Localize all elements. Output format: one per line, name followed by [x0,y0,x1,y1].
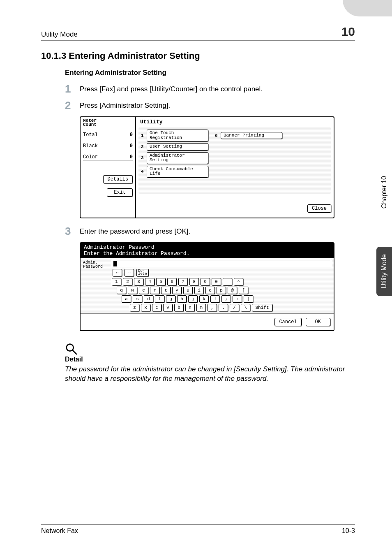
step-2: 2 Press [Administrator Setting]. [65,100,355,111]
utility-item-4-num: 4 [141,169,147,174]
key[interactable]: 5 [156,278,166,285]
utility-item-3[interactable]: 3 Administrator Setting [141,152,208,164]
key[interactable]: q [117,287,126,294]
password-panel: Administrator Password Enter the Adminis… [80,242,334,331]
meter-row-total: Total 0 [83,128,133,138]
exit-button[interactable]: Exit [107,188,133,197]
arrow-left-key[interactable]: ← [113,269,122,276]
key[interactable]: o [205,287,215,294]
key[interactable]: b [174,304,184,311]
key[interactable]: u [183,287,193,294]
close-button[interactable]: Close [307,204,331,213]
delete-key[interactable]: De- lete [136,269,149,276]
cancel-button[interactable]: Cancel [274,318,301,326]
step-2-text: Press [Administrator Setting]. [80,100,170,110]
text-cursor [113,261,117,266]
key[interactable]: . [219,304,228,311]
details-button[interactable]: Details [103,175,133,183]
key[interactable]: / [230,304,239,311]
password-input[interactable] [112,260,331,267]
section-heading: 10.1.3 Entering Administrator Setting [41,51,355,61]
key[interactable]: r [150,287,159,294]
key[interactable]: ] [244,295,253,303]
side-tab-chapter: Chapter 10 [376,169,392,218]
key[interactable]: 2 [123,278,132,285]
key[interactable]: 9 [201,278,210,285]
password-title: Administrator Password Enter the Adminis… [81,243,334,258]
key[interactable]: - [223,278,232,285]
key[interactable]: 3 [134,278,143,285]
key[interactable]: \ [241,304,250,311]
key[interactable]: a [122,295,131,303]
detail-body: The password for the administrator can b… [65,365,355,384]
key[interactable]: 6 [167,278,177,285]
kbd-row-4: z x c v b n m , . / \ Shift [130,304,331,311]
utility-item-6-label: Banner Printing [221,132,282,139]
key[interactable]: x [141,304,150,311]
svg-line-1 [73,350,76,354]
meter-black-label: Black [83,143,98,149]
key[interactable]: c [152,304,161,311]
key[interactable]: : [233,295,242,303]
meter-total-value: 0 [130,132,133,138]
key[interactable]: e [139,287,148,294]
step-3-number: 3 [65,226,80,236]
key[interactable]: k [199,295,209,303]
utility-item-6[interactable]: 6 Banner Printing [215,130,282,141]
key[interactable]: h [177,295,187,303]
utility-item-4[interactable]: 4 Check Consumable Life [141,166,208,178]
key[interactable]: g [166,295,175,303]
key[interactable]: s [133,295,142,303]
key[interactable]: y [172,287,182,294]
kbd-row-2: q w e r t y u i o p @ [ [117,287,331,294]
utility-item-2[interactable]: 2 User Setting [141,143,208,151]
key[interactable]: w [128,287,137,294]
step-2-number: 2 [65,100,80,111]
key[interactable]: 7 [178,278,188,285]
key[interactable]: v [163,304,173,311]
key[interactable]: 8 [189,278,199,285]
key[interactable]: l [210,295,220,303]
meter-color-label: Color [83,154,98,160]
header-rule [41,40,355,41]
side-tab-chapter-label: Chapter 10 [380,176,388,208]
key[interactable]: ^ [234,278,243,285]
password-title-line2: Enter the Administrator Password. [84,250,330,257]
utility-panel: Meter Count Total 0 Black 0 Color 0 Deta… [80,116,334,218]
kbd-row-1: 1 2 3 4 5 6 7 8 9 0 - ^ [112,278,331,285]
arrow-right-key[interactable]: → [125,269,134,276]
key[interactable]: z [130,304,139,311]
key[interactable]: t [161,287,171,294]
ok-button[interactable]: OK [306,318,330,326]
password-title-line1: Administrator Password [84,244,330,251]
key[interactable]: f [155,295,164,303]
key[interactable]: ; [221,295,231,303]
key[interactable]: n [185,304,195,311]
key[interactable]: p [217,287,226,294]
key[interactable]: [ [239,287,248,294]
key[interactable]: , [208,304,217,311]
password-field-label: Admin. Password [83,260,112,313]
shift-key[interactable]: Shift [252,304,272,311]
meter-label-b: Count [83,123,133,127]
chapter-number: 10 [341,25,355,39]
key[interactable]: d [144,295,153,303]
key[interactable]: i [194,287,204,294]
utility-item-3-num: 3 [141,155,147,160]
side-tab-mode-label: Utility Mode [380,254,388,289]
key[interactable]: @ [228,287,237,294]
key[interactable]: 0 [212,278,221,285]
utility-item-1[interactable]: 1 One-Touch Registration [141,130,208,141]
key[interactable]: m [196,304,206,311]
meter-total-label: Total [83,132,98,138]
key[interactable]: j [188,295,198,303]
step-3: 3 Enter the password and press [OK]. [65,226,355,236]
meter-black-value: 0 [130,143,133,149]
key[interactable]: 4 [145,278,154,285]
meter-row-color: Color 0 [83,151,133,160]
key[interactable]: 1 [112,278,121,285]
utility-title: Utility [138,118,331,126]
utility-item-2-label: User Setting [147,143,208,151]
page-header: Utility Mode 10 [41,25,355,39]
footer-right: 10-3 [342,527,355,535]
